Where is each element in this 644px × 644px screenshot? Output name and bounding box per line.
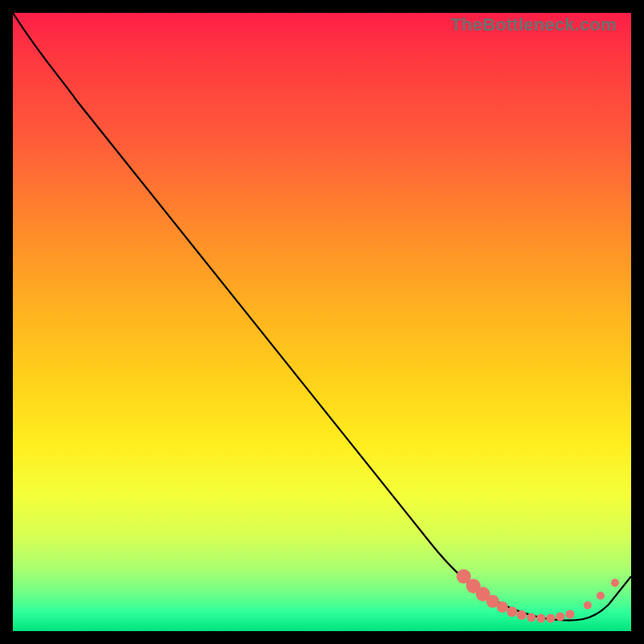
marker-dot: [527, 613, 536, 622]
plot-area: TheBottleneck.com: [13, 13, 631, 631]
marker-dot: [517, 610, 526, 620]
marker-dot: [537, 614, 546, 623]
bottleneck-curve: [13, 13, 631, 621]
marker-dot: [566, 610, 575, 619]
chart-frame: TheBottleneck.com: [0, 0, 644, 644]
marker-dot: [507, 607, 518, 617]
marker-dot: [611, 579, 619, 587]
marker-dot: [584, 601, 592, 609]
marker-dot: [547, 614, 555, 623]
marker-dot: [497, 601, 508, 613]
marker-dot: [597, 592, 605, 600]
chart-overlay: [13, 13, 631, 631]
marker-dot: [556, 613, 565, 621]
